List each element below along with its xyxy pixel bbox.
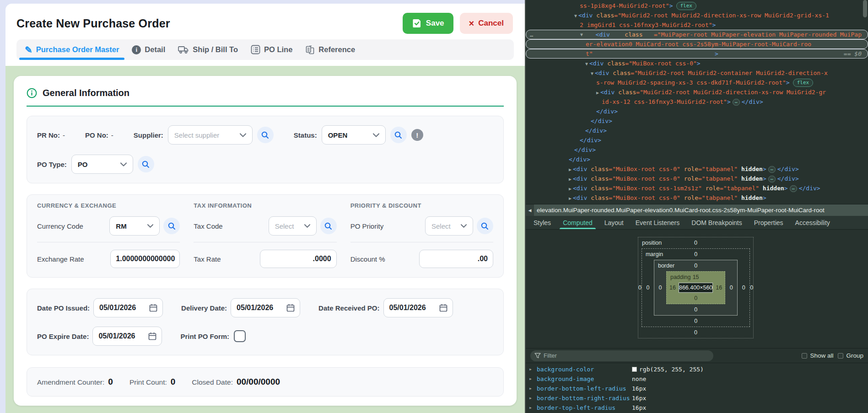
- tab-detail[interactable]: i Detail: [125, 39, 172, 60]
- devtools-code-line[interactable]: …▼<div class="MuiPaper-root MuiPaper-ele…: [526, 30, 868, 39]
- expand-arrow-icon[interactable]: ▶: [529, 386, 537, 391]
- boxmodel-content[interactable]: 866.400×560: [679, 283, 713, 293]
- delivery-date-value: 05/01/2026: [237, 304, 273, 312]
- cancel-button[interactable]: × Cancel: [460, 13, 513, 34]
- priority-column: PRIORITY & DISCOUNT PO Priority Select: [350, 202, 493, 268]
- devtools-tab-dom-breakpoints[interactable]: DOM Breakpoints: [685, 216, 748, 229]
- save-button[interactable]: Save: [403, 13, 453, 34]
- chevron-down-icon: [373, 133, 379, 137]
- boxmodel-border[interactable]: border0 0 padding15 16 866.400×560 16: [654, 260, 738, 316]
- devtools-code-line[interactable]: </div>: [526, 116, 868, 126]
- flex-badge[interactable]: flex: [793, 79, 814, 87]
- color-swatch[interactable]: [632, 367, 637, 372]
- tab-purchase-order-master[interactable]: ✎ Purchase Order Master: [18, 39, 125, 60]
- computed-property-row[interactable]: ▶background-imagenone: [526, 374, 868, 384]
- tax-rate-input[interactable]: .0000: [260, 250, 337, 268]
- supplier-search-button[interactable]: [257, 127, 274, 143]
- devtools-tab-computed[interactable]: Computed: [557, 216, 598, 229]
- devtools-tab-accessibility[interactable]: Accessibility: [789, 216, 836, 229]
- computed-property-row[interactable]: ▶background-colorrgb(255, 255, 255): [526, 365, 868, 374]
- code-token: >: [763, 166, 766, 172]
- devtools-code-line[interactable]: ▶<div class="MuiBox-root css-0" role="ta…: [526, 164, 868, 174]
- devtools-code-line[interactable]: ▼<div class="MuiBox-root css-0">: [526, 59, 868, 68]
- devtools-panel: ss-1pi8xg4-MuiGrid2-root">flex▼<div clas…: [525, 0, 868, 413]
- tab-reference[interactable]: Reference: [299, 39, 361, 60]
- currency-code-select[interactable]: RM: [109, 216, 160, 236]
- computed-filter-bar: Show all Group: [526, 349, 868, 363]
- show-all-checkbox[interactable]: [802, 353, 807, 359]
- devtools-code-line[interactable]: </div>: [526, 135, 868, 145]
- tax-code-select[interactable]: Select: [269, 216, 317, 236]
- devtools-code-line[interactable]: ▼<div class="MuiGrid2-root MuiGrid2-dire…: [526, 11, 868, 20]
- devtools-code-line[interactable]: ▶<div class="MuiGrid2-root MuiGrid2-dire…: [526, 87, 868, 97]
- devtools-code-line[interactable]: ▼<div class="MuiGrid2-root MuiGrid2-cont…: [526, 68, 868, 78]
- date-po-issued-input[interactable]: 05/01/2026: [93, 298, 163, 317]
- devtools-code-line[interactable]: s-row MuiGrid2-spacing-xs-3 css-dkd71f-M…: [526, 78, 868, 87]
- expand-ellipsis-icon[interactable]: …: [790, 185, 797, 192]
- devtools-code-line[interactable]: t"> == $0: [526, 49, 868, 59]
- devtools-code-line[interactable]: ss-1pi8xg4-MuiGrid2-root">flex: [526, 1, 868, 11]
- devtools-code-line[interactable]: ▶<div class="MuiBox-root css-0" role="ta…: [526, 174, 868, 183]
- po-type-select[interactable]: PO: [71, 155, 133, 174]
- expand-arrow-icon[interactable]: ▶: [529, 367, 537, 371]
- currency-search-button[interactable]: [163, 218, 180, 234]
- expand-ellipsis-icon[interactable]: …: [733, 99, 740, 106]
- scrollbar-thumb[interactable]: [863, 0, 867, 17]
- expand-arrow-icon[interactable]: ▶: [529, 406, 537, 410]
- code-token: >: [763, 194, 766, 201]
- po-priority-search-button[interactable]: [477, 218, 493, 234]
- tab-po-line[interactable]: PO Line: [244, 39, 299, 60]
- discount-input[interactable]: .00: [419, 250, 493, 268]
- flex-badge[interactable]: flex: [676, 2, 697, 10]
- devtools-code-line[interactable]: er-elevation0 MuiCard-root css-2s58ym-Mu…: [526, 39, 868, 49]
- tax-code-search-button[interactable]: [320, 218, 337, 234]
- expand-arrow-icon[interactable]: ▶: [529, 396, 537, 400]
- code-token: class: [621, 30, 643, 39]
- exchange-rate-input[interactable]: 1.0000000000000: [110, 250, 180, 268]
- devtools-code-line[interactable]: ▶<div class="MuiBox-root css-0" role="ta…: [526, 193, 868, 203]
- tab-label: Detail: [145, 45, 165, 54]
- node-menu-ellipsis-icon[interactable]: …: [530, 30, 534, 40]
- code-token: <div: [573, 185, 587, 192]
- expand-ellipsis-icon[interactable]: …: [768, 166, 776, 173]
- group-checkbox[interactable]: [838, 353, 843, 359]
- devtools-code-line[interactable]: id-xs-12 css-16fnxy3-MuiGrid2-root">…</d…: [526, 97, 868, 107]
- devtools-code-line[interactable]: </div>: [526, 126, 868, 135]
- po-expire-date-input[interactable]: 05/01/2026: [92, 327, 162, 346]
- devtools-code-line[interactable]: </div>: [526, 145, 868, 155]
- info-outline-icon: [27, 88, 37, 98]
- code-token: ▼: [585, 61, 588, 66]
- supplier-select[interactable]: Select supplier: [168, 125, 253, 145]
- date-received-po-input[interactable]: 05/01/2026: [383, 298, 453, 317]
- devtools-tab-layout[interactable]: Layout: [598, 216, 630, 229]
- computed-property-row[interactable]: ▶border-top-left-radius16px: [526, 403, 868, 413]
- print-po-form-checkbox[interactable]: [234, 330, 246, 342]
- po-priority-select[interactable]: Select: [425, 216, 473, 236]
- devtools-code-line[interactable]: </div>: [526, 107, 868, 116]
- devtools-code-line[interactable]: </div>: [526, 155, 868, 164]
- devtools-code-line[interactable]: 2 imgGird1 css-16fnxy3-MuiGrid2-root">: [526, 20, 868, 30]
- devtools-tab-properties[interactable]: Properties: [748, 216, 789, 229]
- devtools-tab-event-listeners[interactable]: Event Listeners: [630, 216, 686, 229]
- expand-ellipsis-icon[interactable]: …: [768, 176, 776, 182]
- tab-ship-bill-to[interactable]: Ship / Bill To: [172, 39, 244, 60]
- closed-date-label: Closed Date:: [192, 378, 233, 386]
- breadcrumb[interactable]: elevation.MuiPaper-rounded.MuiPaper-elev…: [534, 204, 868, 216]
- currency-column: CURRENCY & EXCHANGE Currency Code RM: [37, 202, 180, 268]
- position-label: position: [642, 240, 662, 246]
- status-search-button[interactable]: [390, 127, 407, 143]
- po-type-search-button[interactable]: [138, 156, 154, 172]
- expand-arrow-icon[interactable]: ▶: [529, 377, 537, 381]
- computed-property-row[interactable]: ▶border-bottom-left-radius16px: [526, 384, 868, 393]
- filter-input[interactable]: [530, 350, 713, 361]
- boxmodel-margin[interactable]: margin0 0 border0 0 padding15 16: [642, 248, 750, 327]
- devtools-code-line[interactable]: ▶<div class="MuiBox-root css-1sm2s1z" ro…: [526, 183, 868, 193]
- delivery-date-input[interactable]: 05/01/2026: [231, 298, 300, 317]
- boxmodel-position[interactable]: position0 0 margin0 0 border0 0 padding1…: [638, 237, 754, 338]
- breadcrumb-back-icon[interactable]: ◀: [526, 208, 534, 213]
- status-select[interactable]: OPEN: [322, 125, 386, 145]
- identifiers-fieldset: PR No: - PO No: - Supplier: Select suppl…: [27, 116, 504, 183]
- computed-property-row[interactable]: ▶border-bottom-right-radius16px: [526, 393, 868, 403]
- devtools-tab-styles[interactable]: Styles: [528, 216, 557, 229]
- boxmodel-padding[interactable]: padding15 16 866.400×560 16 0: [666, 271, 725, 304]
